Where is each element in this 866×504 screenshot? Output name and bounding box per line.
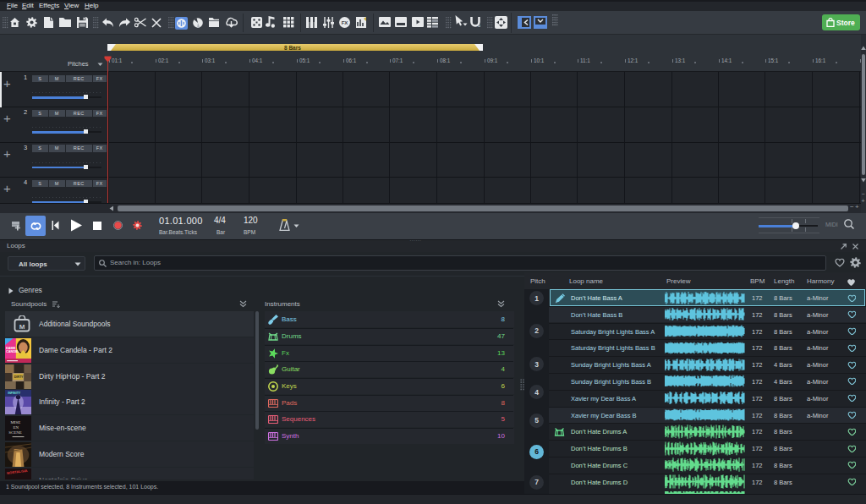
svg-text:INFINITY: INFINITY [8,392,21,395]
svg-text:SCENE: SCENE [8,430,22,435]
svg-text:u: u [478,23,480,27]
svg-text:DAME: DAME [6,347,16,350]
svg-text:FX: FX [342,20,348,25]
svg-text:DIRTY: DIRTY [14,375,25,379]
svg-text:EN: EN [14,425,19,430]
svg-text:MISE: MISE [10,420,20,425]
svg-text:M: M [19,323,25,331]
